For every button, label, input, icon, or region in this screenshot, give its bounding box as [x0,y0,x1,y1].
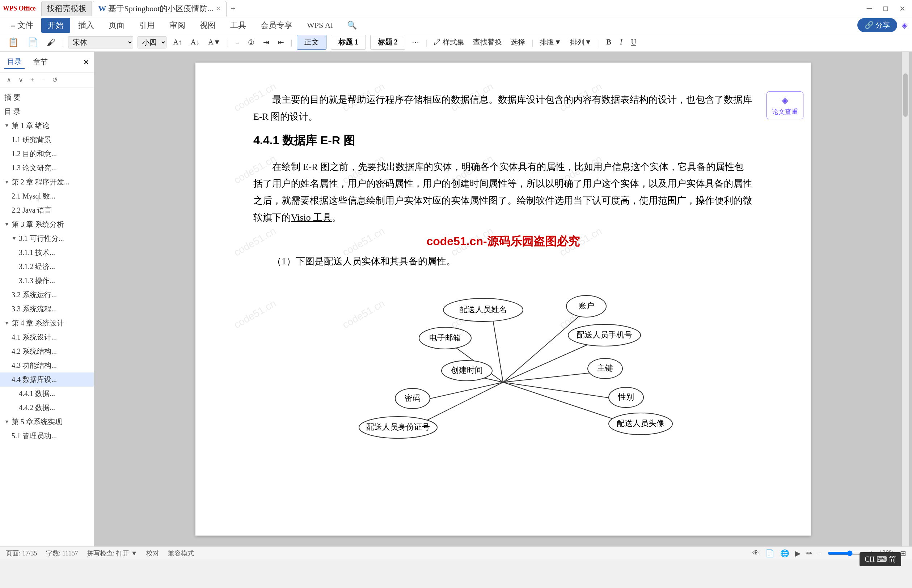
style-normal-button[interactable]: 正文 [297,35,326,50]
view-icon-pen[interactable]: ✏ [806,549,813,557]
search-icon[interactable]: 🔍 [347,21,357,30]
format-painter-button[interactable]: 🖌 [45,36,58,49]
view-icon-web[interactable]: 🌐 [780,549,789,557]
zoom-slider[interactable] [828,551,864,556]
ribbon-tab-file[interactable]: ≡ 文件 [4,18,40,33]
sidebar-item-3-1[interactable]: ▼ 3.1 可行性分... [0,231,94,246]
outdent-button[interactable]: ⇤ [276,37,286,48]
ribbon-tab-member[interactable]: 会员专享 [254,18,299,33]
sidebar-item-ch5[interactable]: ▼ 第 5 章系统实现 [0,415,94,429]
numbering-button[interactable]: ① [246,37,257,48]
sidebar-item-2-2[interactable]: 2.2 Java 语言 [0,203,94,217]
sidebar-item-ch4[interactable]: ▼ 第 4 章 系统设计 [0,316,94,330]
sidebar-item-ch4-label: 第 4 章 系统设计 [11,318,64,328]
list-button[interactable]: ≡ [233,37,241,48]
language-badge[interactable]: CH ⌨ 简 [860,552,901,566]
add-tab-button[interactable]: + [227,3,239,15]
sidebar-item-ch3[interactable]: ▼ 第 3 章 系统分析 [0,217,94,231]
wpsai-icon[interactable]: ◈ [902,21,908,30]
sidebar-tab-toc[interactable]: 目录 [4,55,24,69]
font-format-button[interactable]: A▼ [206,37,223,48]
sidebar-item-4-2[interactable]: 4.2 系统结构... [0,344,94,359]
view-icon-read[interactable]: 👁 [752,549,760,557]
sidebar-item-4-4[interactable]: 4.4 数据库设... [0,373,94,386]
sidebar-item-1-3-label: 1.3 论文研究... [11,163,57,173]
sidebar-item-4-1[interactable]: 4.1 系统设计... [0,330,94,344]
sidebar-item-2-1[interactable]: 2.1 Mysql 数... [0,189,94,203]
ribbon-tab-page[interactable]: 页面 [102,18,131,33]
thesis-check-panel[interactable]: ◈ 论文查重 [766,92,803,120]
toolbar-row: 📋 📄 🖌 | 宋体 小四 A↑ A↓ A▼ | ≡ ① ⇥ ⇤ | 正文 标题… [0,33,912,51]
tab-doc[interactable]: W 基于Springboot的小区疫情防... ✕ [92,1,226,17]
copy-button[interactable]: 📄 [25,36,40,49]
nav-down-button[interactable]: ∨ [16,75,25,85]
sidebar-item-1-3[interactable]: 1.3 论文研究... [0,161,94,175]
expand-arrow-ch5: ▼ [4,419,10,425]
sidebar-item-1-1[interactable]: 1.1 研究背景 [0,133,94,147]
sort-button[interactable]: 排版▼ [538,36,564,48]
decrease-font-button[interactable]: A↓ [189,37,202,48]
font-family-selector[interactable]: 宋体 [68,36,133,48]
sidebar-item-3-3[interactable]: 3.3 系统流程... [0,302,94,316]
zoom-out-button[interactable]: − [818,549,822,557]
tab-close-icon[interactable]: ✕ [216,5,221,13]
nav-add-button[interactable]: + [28,75,36,85]
maximize-button[interactable]: □ [880,3,891,14]
share-button[interactable]: 🔗 分享 [857,18,897,32]
proofreading[interactable]: 校对 [146,549,159,557]
tab-find-template[interactable]: 找稻壳模板 [41,1,92,16]
sidebar-tab-chapter[interactable]: 章节 [31,56,51,68]
scrollbar-thumb[interactable] [903,73,908,117]
para1-link[interactable]: Visio 工具 [291,212,332,223]
style-heading2-button[interactable]: 标题 2 [370,35,405,50]
ribbon-tab-wpsai[interactable]: WPS AI [300,18,340,32]
style-settings-button[interactable]: 🖊 样式集 [431,36,467,48]
sidebar-item-toc[interactable]: 目 录 [0,105,94,119]
increase-font-button[interactable]: A↑ [171,37,184,48]
font-size-selector[interactable]: 小四 [138,36,167,48]
arrange-button[interactable]: 排列▼ [568,36,594,48]
spell-check[interactable]: 拼写检查: 打开 ▼ [87,549,138,557]
view-icon-print[interactable]: 📄 [765,549,774,557]
sidebar-item-3-2[interactable]: 3.2 系统运行... [0,288,94,302]
minimize-button[interactable]: ─ [863,3,875,14]
style-heading1-button[interactable]: 标题 1 [331,35,366,50]
styles-more-button[interactable]: ⋯ [410,37,421,48]
nav-refresh-button[interactable]: ↺ [50,75,60,85]
ribbon-tab-insert[interactable]: 插入 [72,18,100,33]
sidebar-item-3-1-2[interactable]: 3.1.2 经济... [0,260,94,274]
sidebar-item-ch1[interactable]: ▼ 第 1 章 绪论 [0,119,94,133]
paste-button[interactable]: 📋 [6,36,21,49]
sidebar-item-4-4-2[interactable]: 4.4.2 数据... [0,401,94,415]
nav-up-button[interactable]: ∧ [4,75,13,85]
sidebar-item-4-3[interactable]: 4.3 功能结构... [0,359,94,373]
sidebar-item-1-2[interactable]: 1.2 目的和意... [0,147,94,161]
close-button[interactable]: ✕ [896,3,909,15]
italic-button[interactable]: I [618,37,625,48]
underline-button[interactable]: U [629,37,638,48]
select-button[interactable]: 选择 [509,36,527,48]
sidebar-close-button[interactable]: ✕ [83,58,89,66]
sidebar-item-ch2[interactable]: ▼ 第 2 章 程序开发... [0,175,94,189]
indent-button[interactable]: ⇥ [261,37,271,48]
ribbon-tab-home[interactable]: 开始 [41,18,70,33]
sidebar-item-4-4-1[interactable]: 4.4.1 数据... [0,386,94,401]
sidebar-item-3-3-label: 3.3 系统流程... [11,304,57,314]
ribbon-tab-tools[interactable]: 工具 [224,18,253,33]
word-icon: W [98,4,106,13]
sidebar-item-5-1[interactable]: 5.1 管理员功... [0,429,94,443]
svg-text:配送人员手机号: 配送人员手机号 [577,330,632,339]
view-icon-play[interactable]: ▶ [795,549,800,557]
ribbon-tab-view[interactable]: 视图 [193,18,222,33]
ribbon-tab-reference[interactable]: 引用 [133,18,161,33]
thesis-check-icon: ◈ [781,95,789,106]
er-diagram: 配送人员姓名 账户 电子邮箱 配送人员手机号 创建时间 [253,281,753,440]
sidebar-item-abstract[interactable]: 摘 要 [0,90,94,105]
sidebar-item-3-1-1[interactable]: 3.1.1 技术... [0,246,94,260]
find-replace-button[interactable]: 查找替换 [471,36,504,48]
svg-text:密码: 密码 [405,393,421,402]
nav-remove-button[interactable]: − [39,75,47,85]
sidebar-item-3-1-3[interactable]: 3.1.3 操作... [0,274,94,288]
bold-button[interactable]: B [604,37,613,48]
ribbon-tab-review[interactable]: 审阅 [163,18,192,33]
